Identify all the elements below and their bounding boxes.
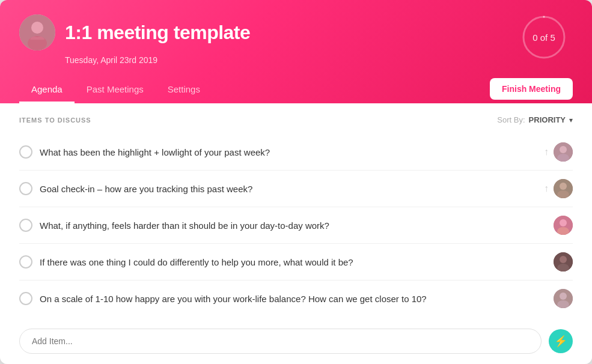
tab-past-meetings[interactable]: Past Meetings <box>75 77 156 103</box>
svg-point-6 <box>560 146 567 153</box>
agenda-item-checkbox-5[interactable] <box>19 292 32 305</box>
page-title: 1:1 meeting template <box>65 22 250 44</box>
avatar-1 <box>554 142 573 162</box>
tab-settings[interactable]: Settings <box>156 77 212 103</box>
main-content: ITEMS TO DISCUSS Sort By: PRIORITY ▾ Wha… <box>0 103 592 364</box>
item-actions-2: ↑ <box>544 179 573 198</box>
table-row: What, if anything, feels harder than it … <box>19 207 573 244</box>
tab-agenda[interactable]: Agenda <box>19 77 75 103</box>
agenda-item-checkbox-1[interactable] <box>19 145 32 159</box>
agenda-item-checkbox-3[interactable] <box>19 219 32 232</box>
sort-by-label: Sort By: <box>497 115 525 124</box>
avatar-4 <box>554 252 573 271</box>
agenda-list: What has been the highlight + lowlight o… <box>19 134 573 317</box>
upvote-icon-2[interactable]: ↑ <box>544 183 549 194</box>
item-actions-4 <box>554 252 573 271</box>
sort-by-value: PRIORITY <box>529 115 566 124</box>
item-actions-3 <box>554 216 573 235</box>
svg-point-9 <box>560 183 567 190</box>
avatar-5 <box>554 289 573 308</box>
lightning-button[interactable]: ⚡ <box>549 329 573 353</box>
svg-point-15 <box>560 256 567 263</box>
tabs: Agenda Past Meetings Settings <box>19 77 212 103</box>
agenda-item-text-2: Goal check-in – how are you tracking thi… <box>40 183 537 195</box>
table-row: On a scale of 1-10 how happy are you wit… <box>19 281 573 317</box>
items-to-discuss-label: ITEMS TO DISCUSS <box>19 117 91 124</box>
add-item-row: ⚡ <box>19 329 573 354</box>
add-item-input[interactable] <box>19 329 542 354</box>
lightning-icon: ⚡ <box>554 335 567 348</box>
avatar <box>19 14 55 50</box>
app-container: 1:1 meeting template Tuesday, April 23rd… <box>0 0 592 364</box>
agenda-item-checkbox-4[interactable] <box>19 255 32 268</box>
finish-meeting-button[interactable]: Finish Meeting <box>490 78 573 100</box>
item-actions-5 <box>554 289 573 308</box>
agenda-item-text-5: On a scale of 1-10 how happy are you wit… <box>40 293 546 305</box>
section-header: ITEMS TO DISCUSS Sort By: PRIORITY ▾ <box>19 115 573 124</box>
svg-point-12 <box>560 219 567 226</box>
table-row: Goal check-in – how are you tracking thi… <box>19 171 573 207</box>
progress-text: 0 of 5 <box>532 32 555 43</box>
agenda-item-text-1: What has been the highlight + lowlight o… <box>40 146 537 159</box>
avatar-3 <box>554 216 573 235</box>
item-actions-1: ↑ <box>544 142 573 162</box>
header: 1:1 meeting template Tuesday, April 23rd… <box>0 0 592 103</box>
table-row: If there was one thing I could do differ… <box>19 244 573 281</box>
table-row: What has been the highlight + lowlight o… <box>19 134 573 171</box>
tabs-row: Agenda Past Meetings Settings Finish Mee… <box>19 77 573 103</box>
header-top: 1:1 meeting template <box>19 14 573 50</box>
sort-by-control[interactable]: Sort By: PRIORITY ▾ <box>497 115 573 124</box>
svg-point-1 <box>31 22 43 34</box>
agenda-item-text-4: If there was one thing I could do differ… <box>40 256 546 268</box>
progress-circle: 0 of 5 <box>520 13 568 61</box>
agenda-item-checkbox-2[interactable] <box>19 182 32 195</box>
svg-point-18 <box>560 293 567 300</box>
meeting-date: Tuesday, April 23rd 2019 <box>65 55 573 65</box>
chevron-down-icon: ▾ <box>569 116 573 124</box>
avatar-2 <box>554 179 573 198</box>
agenda-item-text-3: What, if anything, feels harder than it … <box>40 219 546 232</box>
upvote-icon-1[interactable]: ↑ <box>544 147 549 157</box>
